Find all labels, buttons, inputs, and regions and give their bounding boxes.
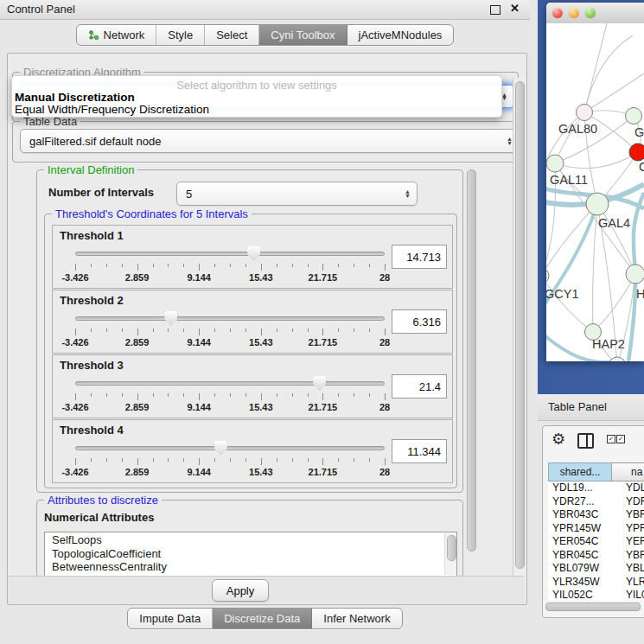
node-gal80[interactable] [577,105,593,121]
slider-tick-labels: -3.4262.8599.14415.4321.71528 [75,337,385,348]
table-row[interactable]: YIL052CYIL0 [548,589,644,601]
table-row[interactable]: YBR043CYBR0 [548,508,644,522]
close-icon[interactable]: ✕ [510,2,520,15]
cell-name[interactable]: YDR2 [612,495,644,509]
slider-track[interactable] [75,446,385,450]
close-traffic-light-icon[interactable] [552,8,563,18]
tab-infer-network[interactable]: Infer Network [312,609,401,628]
tick-mark [245,264,246,267]
cell-name[interactable]: YBR0 [612,508,644,522]
threshold-4-value-field[interactable]: 11.344 [392,439,447,463]
node-gal4[interactable] [586,193,609,215]
table-horizontal-scrollbar-thumb[interactable] [545,603,641,611]
tab-jactivemnodules[interactable]: jActiveMNodules [348,25,454,45]
threshold-4-slider[interactable]: -3.4262.8599.14415.4321.71528 [75,441,385,479]
cell-name[interactable]: YER0 [612,535,644,549]
table-row[interactable]: YBR045CYBR0 [548,549,644,563]
threshold-3-value-field[interactable]: 21.4 [392,374,447,399]
node-gal11[interactable] [546,155,564,172]
node-bottom[interactable] [609,357,626,361]
cell-name[interactable]: YBR0 [612,549,644,563]
columns-icon[interactable] [577,433,594,449]
node-label-ga: GA [634,125,644,139]
table-row[interactable]: YDL19...YDL1 [548,481,644,495]
tick-mark [277,328,277,332]
minimize-traffic-light-icon[interactable] [569,8,579,18]
threshold-2-slider[interactable]: -3.4262.8599.14415.4321.71528 [75,311,385,349]
table-data-combobox[interactable]: galFiltered.sif default node ▲▼ [20,129,520,153]
cell-shared-name[interactable]: YBR043C [548,508,612,522]
zoom-traffic-light-icon[interactable] [585,8,596,18]
table-row[interactable]: YDR27...YDR2 [548,495,644,509]
float-window-icon[interactable] [490,5,501,15]
list-item-topologicalcoefficient[interactable]: TopologicalCoefficient [45,546,456,560]
popup-option-manual-discretization[interactable]: Manual Discretization [15,91,135,104]
settings-scrollbar[interactable] [465,166,477,576]
list-scrollbar[interactable] [444,533,456,575]
slider-thumb[interactable] [214,441,227,456]
tick-mark [292,393,293,397]
slider-thumb[interactable] [247,246,260,261]
threshold-2-value-field[interactable]: 6.316 [392,309,447,334]
list-scrollbar-thumb[interactable] [447,535,456,561]
slider-track[interactable] [75,316,385,321]
gear-icon[interactable]: ⚙ [552,430,565,449]
popup-option-equal-width-frequency[interactable]: Equal Width/Frequency Discretization [15,103,209,116]
settings-scrollbar-thumb[interactable] [467,169,476,552]
table-row[interactable]: YLR345WYLR3 [548,576,644,590]
tick-mark [137,458,138,465]
number-of-intervals-combobox[interactable]: 5 ▲▼ [176,182,418,206]
node-ga[interactable] [626,108,642,124]
checkbox-icon[interactable]: ✓ [616,435,625,443]
threshold-1-slider[interactable]: -3.4262.8599.14415.4321.71528 [75,246,385,284]
network-canvas[interactable]: GAL80 GA C GAL11 GAL4 GCY1 H HAP2 [546,23,644,361]
cell-name[interactable]: YDL1 [612,481,644,495]
tab-style[interactable]: Style [156,25,205,45]
slider-thumb[interactable] [313,376,326,391]
table-horizontal-scrollbar[interactable] [545,603,642,610]
column-header-name[interactable]: na [612,462,644,481]
list-item-betweennesscentrality[interactable]: BetweennessCentrality [45,559,456,573]
slider-track[interactable] [75,252,385,256]
panel-scrollbar[interactable] [513,78,526,602]
table-row[interactable]: YBL079WYBL0 [548,562,644,576]
cell-name[interactable]: YPR1 [612,522,644,536]
threshold-1-value-field[interactable]: 14.713 [392,245,447,269]
cell-name[interactable]: YLR3 [612,576,644,590]
tab-select[interactable]: Select [205,25,259,45]
tab-impute-data[interactable]: Impute Data [128,609,213,628]
list-item-selfloops[interactable]: SelfLoops [45,532,456,546]
cell-shared-name[interactable]: YDL19... [548,481,612,495]
node-gcy1[interactable] [546,268,549,284]
threshold-3-slider[interactable]: -3.4262.8599.14415.4321.71528 [75,376,385,414]
table-row[interactable]: YER054CYER0 [548,535,644,549]
checkbox-icon[interactable]: ✓ [607,435,615,443]
node-h[interactable] [626,265,644,284]
tick-mark [168,264,169,267]
node-label-gal4: GAL4 [598,216,630,230]
tick-mark [261,328,262,335]
node-red-selected[interactable] [629,143,644,161]
tick-label: 21.715 [309,402,338,412]
tab-discretize-data[interactable]: Discretize Data [213,609,312,628]
cell-shared-name[interactable]: YBL079W [548,562,612,576]
table-row[interactable]: YPR145WYPR1 [548,522,644,536]
cell-name[interactable]: YBL0 [612,562,644,576]
panel-scrollbar-thumb[interactable] [515,81,525,569]
apply-button[interactable]: Apply [212,579,269,602]
cell-name[interactable]: YIL0 [612,589,644,601]
cell-shared-name[interactable]: YER054C [548,535,612,549]
slider-thumb[interactable] [164,311,177,326]
tick-mark [338,458,339,462]
cell-shared-name[interactable]: YIL052C [548,589,612,601]
column-header-shared-name[interactable]: shared... [548,462,612,481]
network-window-titlebar[interactable] [546,3,644,24]
tab-cyni-toolbox[interactable]: Cyni Toolbox [259,25,347,45]
cell-shared-name[interactable]: YDR27... [548,495,612,509]
cell-shared-name[interactable]: YLR345W [548,576,612,590]
cell-shared-name[interactable]: YPR145W [548,522,612,536]
slider-track[interactable] [75,381,385,386]
tab-network[interactable]: Network [77,25,157,45]
cell-shared-name[interactable]: YBR045C [548,549,612,563]
node-label-gal11: GAL11 [550,173,588,187]
